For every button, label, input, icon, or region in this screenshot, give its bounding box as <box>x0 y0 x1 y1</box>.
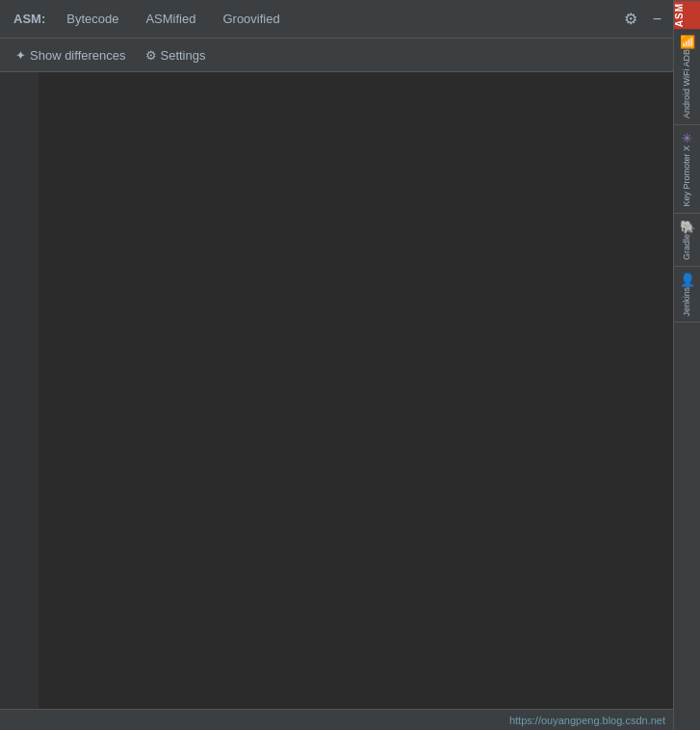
show-differences-label: Show differences <box>30 48 126 63</box>
plugin-android-wifi-adb[interactable]: 📶 Android WiFi ADB <box>674 29 700 125</box>
right-sidebar: ASM 📶 Android WiFi ADB ✳ Key Promoter X … <box>673 0 700 730</box>
gear-button[interactable]: ⚙ <box>620 8 641 30</box>
plugin-key-promoter-x-label: Key Promoter X <box>683 145 691 207</box>
status-bar: https://ouyangpeng.blog.csdn.net <box>0 709 673 730</box>
settings-label: Settings <box>161 48 206 63</box>
minimize-button[interactable]: − <box>649 9 665 30</box>
editor-content[interactable] <box>39 72 673 709</box>
status-url: https://ouyangpeng.blog.csdn.net <box>509 715 665 726</box>
plugin-key-promoter-x[interactable]: ✳ Key Promoter X <box>674 125 700 214</box>
plugin-gradle[interactable]: 🐘 Gradle <box>674 214 700 267</box>
gradle-icon: 🐘 <box>680 220 695 234</box>
main-area: ASM: Bytecode ASMified Groovified ⚙ − ✦ … <box>0 0 673 730</box>
settings-button[interactable]: ⚙ Settings <box>138 45 214 65</box>
settings-gear-icon: ⚙ <box>145 48 157 63</box>
editor-area <box>0 72 673 709</box>
top-toolbar: ASM: Bytecode ASMified Groovified ⚙ − <box>0 0 673 39</box>
plugin-android-wifi-adb-label: Android WiFi ADB <box>683 49 691 118</box>
jenkins-icon: 👤 <box>680 273 695 287</box>
plugin-gradle-label: Gradle <box>683 234 691 260</box>
line-numbers <box>0 72 39 709</box>
tab-asmified[interactable]: ASMified <box>134 8 207 30</box>
second-toolbar: ✦ Show differences ⚙ Settings <box>0 39 673 72</box>
plugin-jenkins-label: Jenkins <box>683 287 691 317</box>
show-differences-button[interactable]: ✦ Show differences <box>8 45 134 65</box>
key-promoter-icon: ✳ <box>682 131 692 145</box>
toolbar-right: ⚙ − <box>620 8 665 30</box>
asm-label: ASM: <box>8 10 51 28</box>
asm-badge[interactable]: ASM <box>674 0 701 29</box>
plugin-jenkins[interactable]: 👤 Jenkins <box>674 267 700 324</box>
tab-bytecode[interactable]: Bytecode <box>55 8 130 30</box>
tab-groovified[interactable]: Groovified <box>211 8 291 30</box>
android-wifi-icon: 📶 <box>680 35 695 49</box>
spark-icon: ✦ <box>15 48 26 63</box>
